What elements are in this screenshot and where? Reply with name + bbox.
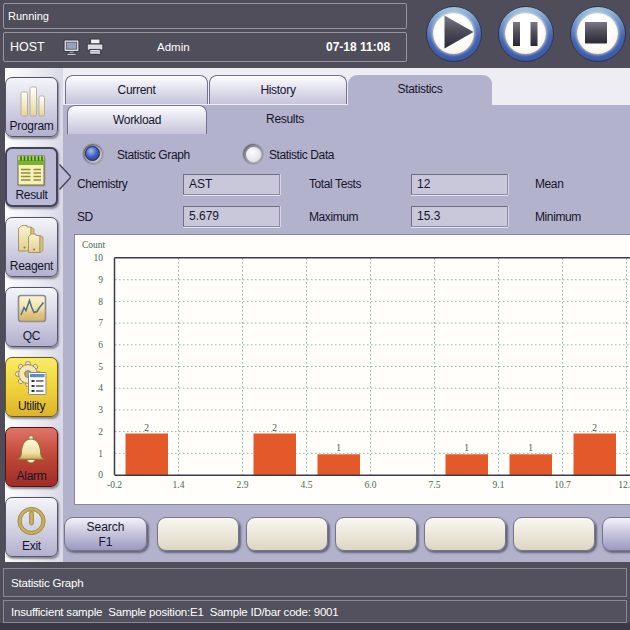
svg-text:1: 1 xyxy=(98,449,103,459)
svg-text:Count: Count xyxy=(82,240,106,250)
svg-text:1: 1 xyxy=(528,443,533,453)
svg-text:1: 1 xyxy=(336,443,341,453)
svg-text:4.5: 4.5 xyxy=(301,480,313,490)
svg-text:5: 5 xyxy=(98,362,103,372)
svg-text:1: 1 xyxy=(464,443,469,453)
svg-text:8: 8 xyxy=(98,297,103,307)
svg-text:6.0: 6.0 xyxy=(365,480,377,490)
svg-text:6: 6 xyxy=(98,340,103,350)
svg-text:9.1: 9.1 xyxy=(493,480,505,490)
svg-text:7: 7 xyxy=(98,318,103,328)
svg-text:10.7: 10.7 xyxy=(554,480,571,490)
svg-text:9: 9 xyxy=(98,275,103,285)
svg-text:2: 2 xyxy=(98,427,103,437)
svg-text:2.9: 2.9 xyxy=(237,480,249,490)
svg-text:-0.2: -0.2 xyxy=(107,480,122,490)
svg-text:4: 4 xyxy=(98,383,103,393)
svg-text:12.2: 12.2 xyxy=(618,480,630,490)
svg-text:1.4: 1.4 xyxy=(173,480,185,490)
svg-text:10: 10 xyxy=(94,253,104,263)
svg-text:2: 2 xyxy=(272,423,277,433)
svg-text:3: 3 xyxy=(98,405,103,415)
svg-text:7.5: 7.5 xyxy=(429,480,441,490)
svg-text:0: 0 xyxy=(98,470,103,480)
svg-text:2: 2 xyxy=(144,423,149,433)
svg-text:2: 2 xyxy=(592,423,597,433)
